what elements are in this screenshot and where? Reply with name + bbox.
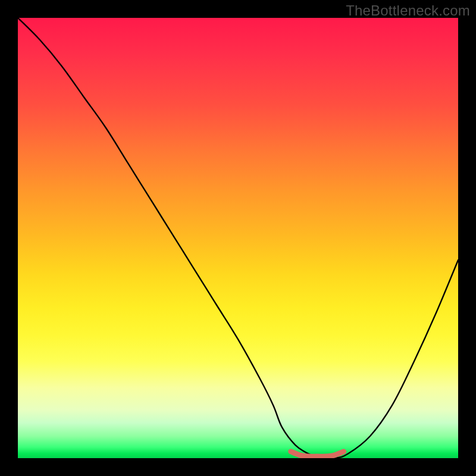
curve-layer [18,18,458,458]
chart-frame: TheBottleneck.com [0,0,476,476]
plot-area [18,18,458,458]
watermark-text: TheBottleneck.com [346,2,470,19]
optimal-marker [291,452,344,456]
bottleneck-curve [18,18,458,458]
